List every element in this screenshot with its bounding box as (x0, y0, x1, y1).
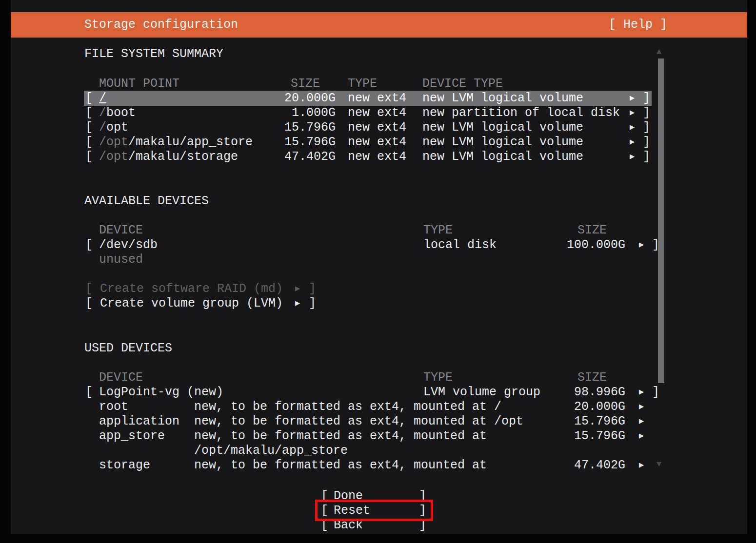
title-bar: Storage configuration [ Help ] (11, 12, 747, 38)
expand-arrow-icon: ▶ (630, 135, 635, 150)
type-value: LVM volume group (423, 385, 540, 400)
expand-arrow-icon: ▶ (630, 120, 635, 135)
size-value: 15.796G (528, 429, 625, 444)
size-value: 47.402G (528, 458, 625, 473)
mount-prefix: / (99, 120, 106, 135)
device-value: /dev/sdb (99, 238, 158, 252)
col-size: SIZE (577, 370, 607, 385)
page-title: Storage configuration (84, 12, 238, 38)
mount-prefix: /opt (99, 150, 128, 164)
col-type: TYPE (423, 370, 453, 385)
scroll-up-icon[interactable]: ▲ (657, 48, 661, 56)
mount-main: opt (106, 120, 128, 135)
size-value: 20.000G (528, 400, 625, 414)
size-value: 20.000G (238, 91, 336, 106)
type-value: new ext4 (348, 135, 406, 150)
create-volume-group-action[interactable]: [ Create volume group (LVM) ▶ ] (11, 296, 747, 311)
expand-arrow-icon: ▶ (639, 414, 644, 429)
col-device: DEVICE (99, 370, 143, 385)
help-button[interactable]: [ (609, 12, 616, 38)
type-value: local disk (423, 238, 497, 252)
available-devices-header-row: DEVICE TYPE SIZE (11, 223, 747, 238)
type-value: new ext4 (348, 120, 406, 135)
row-bracket: ] (643, 135, 650, 150)
col-size: SIZE (577, 223, 607, 238)
row-bracket: [ (85, 296, 93, 311)
mount-main: /makalu/storage (128, 150, 238, 164)
available-devices-section: AVAILABLE DEVICES (11, 194, 747, 209)
row-bracket: ] (643, 120, 650, 135)
expand-arrow-icon: ▶ (630, 91, 635, 106)
expand-arrow-icon: ▶ (639, 400, 644, 414)
expand-arrow-icon: ▶ (639, 238, 644, 252)
col-size: SIZE (291, 77, 320, 91)
row-bracket: [ (85, 238, 93, 252)
expand-arrow-icon: ▶ (630, 150, 635, 164)
fs-row-opt[interactable]: [ /opt 15.796G new ext4 new LVM logical … (11, 120, 747, 135)
used-device-row-vg[interactable]: [ LogPoint-vg (new) LVM volume group 98.… (11, 385, 747, 400)
mount-prefix: / (99, 106, 106, 120)
used-devices-title: USED DEVICES (84, 341, 172, 356)
row-bracket: [ (85, 91, 93, 106)
installer-screen: Storage configuration [ Help ] FILE SYST… (11, 0, 747, 534)
volume-name: storage (99, 458, 150, 473)
volume-row-app-store[interactable]: app_store new, to be formatted as ext4, … (11, 429, 747, 444)
mount-main: boot (106, 106, 136, 120)
volume-detail: new, to be formatted as ext4, mounted at… (194, 400, 501, 414)
annotation-highlight-box (315, 500, 433, 521)
scrollbar-thumb[interactable] (658, 58, 664, 383)
expand-arrow-icon: ▶ (295, 282, 300, 296)
type-value: new ext4 (348, 150, 406, 164)
mount-point-value: /opt (99, 120, 128, 135)
size-value: 1.000G (238, 106, 336, 120)
row-bracket: ] (309, 282, 316, 296)
expand-arrow-icon: ▶ (639, 458, 644, 473)
volume-name: app_store (99, 429, 165, 444)
volume-name: application (99, 414, 179, 429)
size-value: 15.796G (238, 120, 336, 135)
device-type-value: new LVM logical volume (422, 150, 583, 164)
mount-point-value: / (99, 91, 106, 106)
volume-name: root (99, 400, 128, 414)
fs-row-app-store[interactable]: [ /opt/makalu/app_store 15.796G new ext4… (11, 135, 747, 150)
device-type-value: new LVM logical volume (422, 135, 583, 150)
volume-detail-continued: /opt/makalu/app_store (194, 444, 348, 458)
expand-arrow-icon: ▶ (630, 106, 635, 120)
used-devices-section: USED DEVICES (11, 341, 747, 356)
size-value: 47.402G (238, 150, 336, 164)
row-bracket: ] (643, 150, 650, 164)
volume-row-storage[interactable]: storage new, to be formatted as ext4, mo… (11, 458, 747, 473)
col-mount-point: MOUNT POINT (99, 77, 179, 91)
row-bracket: [ (85, 150, 93, 164)
help-button-label[interactable]: Help (623, 12, 653, 38)
fs-row-root[interactable]: [ / 20.000G new ext4 new LVM logical vol… (11, 91, 747, 106)
type-value: new ext4 (348, 91, 406, 106)
expand-arrow-icon: ▶ (295, 296, 300, 311)
col-device: DEVICE (99, 223, 143, 238)
volume-row-root[interactable]: root new, to be formatted as ext4, mount… (11, 400, 747, 414)
mount-main: /makalu/app_store (128, 135, 253, 149)
row-bracket: ] (643, 106, 650, 120)
device-type-value: new LVM logical volume (422, 120, 583, 135)
available-devices-title: AVAILABLE DEVICES (84, 194, 209, 209)
help-button-close[interactable]: ] (660, 12, 667, 38)
scroll-down-icon[interactable]: ▼ (657, 460, 661, 468)
mount-prefix: /opt (99, 135, 128, 149)
create-volume-group-label: Create volume group (LVM) (100, 296, 283, 311)
device-type-value: new partition of local disk (422, 106, 620, 120)
row-bracket: [ (85, 135, 93, 150)
available-device-row-sdb[interactable]: [ /dev/sdb local disk 100.000G ▶ ] (11, 238, 747, 252)
row-bracket: [ (85, 282, 93, 296)
volume-row-application[interactable]: application new, to be formatted as ext4… (11, 414, 747, 429)
row-bracket: ] (643, 91, 650, 106)
expand-arrow-icon: ▶ (639, 385, 644, 400)
fs-row-storage[interactable]: [ /opt/makalu/storage 47.402G new ext4 n… (11, 150, 747, 164)
volume-detail: new, to be formatted as ext4, mounted at (194, 429, 487, 444)
row-bracket: [ (85, 120, 93, 135)
mount-point-value: /boot (99, 106, 136, 120)
col-type: TYPE (348, 77, 377, 91)
fs-row-boot[interactable]: [ /boot 1.000G new ext4 new partition of… (11, 106, 747, 120)
type-value: new ext4 (348, 106, 406, 120)
fs-summary-header-row: MOUNT POINT SIZE TYPE DEVICE TYPE (11, 77, 747, 91)
size-value: 98.996G (528, 385, 625, 400)
